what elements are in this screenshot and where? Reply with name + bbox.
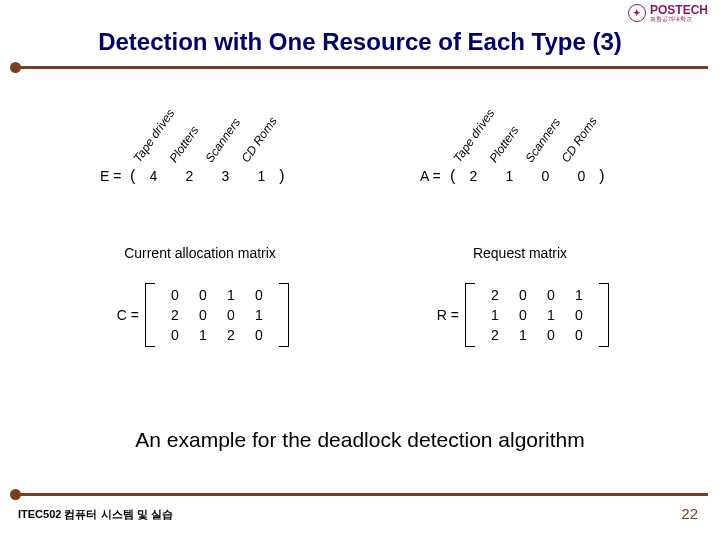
cell: 1: [245, 305, 273, 325]
vec-value: 0: [527, 168, 563, 184]
matrix-name: C =: [111, 307, 139, 323]
logo-sub: 포항공과대학교: [650, 16, 708, 22]
bracket-right: [279, 283, 289, 347]
matrix-body: 0 0 1 0 2 0 0 1 0 1 2 0: [161, 283, 273, 347]
vec-value: 1: [491, 168, 527, 184]
cell: 1: [565, 285, 593, 305]
table-row: 2 0 0 1: [161, 305, 273, 325]
table-row: 2 0 0 1: [481, 285, 593, 305]
matrix-name: R =: [431, 307, 459, 323]
bracket-left: [145, 283, 155, 347]
paren-right: ): [599, 167, 604, 185]
vector-e: Tape drives Plotters Scanners CD Roms E …: [100, 110, 300, 185]
bracket-left: [465, 283, 475, 347]
table-row: 1 0 1 0: [481, 305, 593, 325]
vector-a: Tape drives Plotters Scanners CD Roms A …: [420, 110, 620, 185]
vec-value: 3: [207, 168, 243, 184]
cell: 0: [537, 325, 565, 345]
cell: 0: [161, 285, 189, 305]
cell: 1: [481, 305, 509, 325]
col-label: CD Roms: [239, 114, 280, 165]
divider: [12, 66, 708, 69]
cell: 1: [189, 325, 217, 345]
matrices-area: Current allocation matrix C = 0 0 1 0 2 …: [0, 245, 720, 347]
bracket-right: [599, 283, 609, 347]
vec-value: 2: [171, 168, 207, 184]
column-labels: Tape drives Plotters Scanners CD Roms: [456, 110, 620, 165]
logo-icon: ✦: [628, 4, 646, 22]
cell: 0: [565, 305, 593, 325]
col-label: Plotters: [167, 124, 202, 165]
cell: 0: [537, 285, 565, 305]
cell: 0: [217, 305, 245, 325]
page-number: 22: [681, 505, 698, 522]
vec-value: 4: [135, 168, 171, 184]
cell: 2: [481, 325, 509, 345]
matrix-body: 2 0 0 1 1 0 1 0 2 1 0 0: [481, 283, 593, 347]
matrix-c: Current allocation matrix C = 0 0 1 0 2 …: [90, 245, 310, 347]
col-label: Plotters: [487, 124, 522, 165]
cell: 0: [245, 325, 273, 345]
vec-value: 0: [563, 168, 599, 184]
cell: 1: [537, 305, 565, 325]
vector-name: A =: [420, 168, 450, 184]
footer-course: ITEC502 컴퓨터 시스템 및 실습: [18, 507, 173, 522]
cell: 0: [161, 325, 189, 345]
cell: 0: [245, 285, 273, 305]
caption: An example for the deadlock detection al…: [0, 428, 720, 452]
matrix-label: Current allocation matrix: [90, 245, 310, 261]
vector-name: E =: [100, 168, 130, 184]
cell: 2: [481, 285, 509, 305]
table-row: 0 0 1 0: [161, 285, 273, 305]
cell: 2: [217, 325, 245, 345]
col-label: Scanners: [203, 115, 244, 165]
cell: 1: [217, 285, 245, 305]
vectors-area: Tape drives Plotters Scanners CD Roms E …: [0, 110, 720, 185]
cell: 1: [509, 325, 537, 345]
cell: 0: [189, 305, 217, 325]
cell: 2: [161, 305, 189, 325]
logo-name: POSTECH: [650, 4, 708, 16]
cell: 0: [565, 325, 593, 345]
paren-right: ): [279, 167, 284, 185]
cell: 0: [189, 285, 217, 305]
vec-value: 1: [243, 168, 279, 184]
cell: 0: [509, 305, 537, 325]
footer-divider: [12, 493, 708, 496]
page-title: Detection with One Resource of Each Type…: [0, 28, 720, 56]
logo: ✦ POSTECH 포항공과대학교: [628, 4, 708, 22]
column-labels: Tape drives Plotters Scanners CD Roms: [136, 110, 300, 165]
table-row: 0 1 2 0: [161, 325, 273, 345]
matrix-label: Request matrix: [410, 245, 630, 261]
cell: 0: [509, 285, 537, 305]
col-label: Scanners: [523, 115, 564, 165]
col-label: CD Roms: [559, 114, 600, 165]
vec-value: 2: [455, 168, 491, 184]
matrix-r: Request matrix R = 2 0 0 1 1 0 1 0 2: [410, 245, 630, 347]
table-row: 2 1 0 0: [481, 325, 593, 345]
